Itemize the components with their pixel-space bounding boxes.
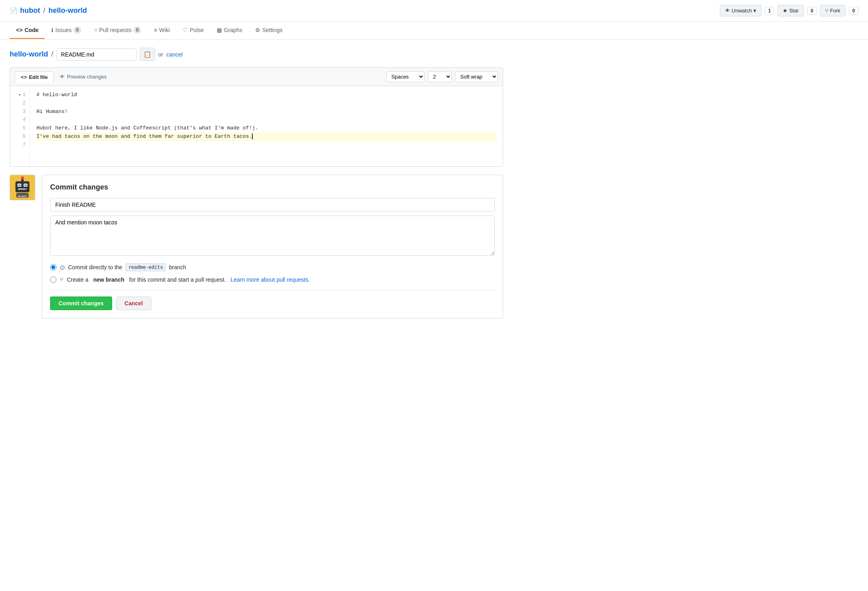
star-icon: ★ xyxy=(783,8,787,14)
action-buttons: Commit changes Cancel xyxy=(50,297,495,310)
svg-rect-8 xyxy=(21,189,22,190)
commit-summary-input[interactable] xyxy=(50,198,495,212)
svg-point-11 xyxy=(21,176,24,180)
settings-icon: ⚙ xyxy=(255,27,260,33)
nav-tabs: <> Code ℹ Issues 0 ⑂ Pull requests 0 ≡ W… xyxy=(0,22,868,40)
owner-link[interactable]: hubot xyxy=(20,6,40,15)
repo-icon: 📄 xyxy=(10,7,18,14)
svg-rect-4 xyxy=(18,184,20,186)
graphs-icon: ▦ xyxy=(217,27,222,33)
radio-direct-commit[interactable]: ⊙ Commit directly to the readme-edits br… xyxy=(50,263,495,271)
tab-edit-file[interactable]: <> Edit file xyxy=(15,71,54,83)
tab-wiki[interactable]: ≡ Wiki xyxy=(147,22,176,39)
page-header: 📄 hubot / hello-world 👁 Unwatch ▾ 1 ★ St… xyxy=(0,0,868,22)
svg-rect-7 xyxy=(18,189,20,190)
code-line-7 xyxy=(36,141,496,149)
code-line-4 xyxy=(36,116,496,124)
tab-pull-requests[interactable]: ⑂ Pull requests 0 xyxy=(88,22,148,39)
code-editor[interactable]: # hello-world Hi Humans! Hubot here, I l… xyxy=(30,86,503,166)
commit-description-textarea[interactable]: And mention moon tacos xyxy=(50,216,495,256)
editor-tab-group: <> Edit file 👁 Preview changes xyxy=(15,71,113,83)
breadcrumb: hello-world / 📋 or cancel xyxy=(10,48,503,61)
fork-icon: ⑂ xyxy=(825,8,828,14)
radio-new-branch[interactable]: ⑂ Create a new branch for this commit an… xyxy=(50,276,495,283)
branch-suffix: branch xyxy=(169,264,186,270)
fork-count: 0 xyxy=(849,7,858,15)
code-line-3: Hi Humans! xyxy=(36,108,496,116)
eye-icon: 👁 xyxy=(725,8,730,14)
tab-issues[interactable]: ℹ Issues 0 xyxy=(45,22,87,39)
repo-link[interactable]: hello-world xyxy=(48,6,87,15)
svg-rect-1 xyxy=(16,182,30,192)
code-line-6: I've had tacos on the moon and find them… xyxy=(36,133,496,141)
line-number-4: 4 xyxy=(15,116,26,124)
branch-icon: ⑂ xyxy=(60,276,64,283)
unwatch-button[interactable]: 👁 Unwatch ▾ xyxy=(720,5,762,16)
star-button[interactable]: ★ Star xyxy=(777,5,804,16)
separator: / xyxy=(43,6,45,15)
line-number-2: 2 xyxy=(15,99,26,108)
text-cursor xyxy=(252,133,253,139)
tab-code[interactable]: <> Code xyxy=(10,22,45,39)
repo-title: 📄 hubot / hello-world xyxy=(10,6,87,15)
breadcrumb-repo-link[interactable]: hello-world xyxy=(10,50,48,58)
commit-section: HU-BOT Commit changes And mention moon t… xyxy=(10,175,503,319)
radio-direct-input[interactable] xyxy=(50,264,56,270)
tab-preview-changes[interactable]: 👁 Preview changes xyxy=(54,71,113,83)
wiki-icon: ≡ xyxy=(154,27,157,33)
line-number-7: 7 xyxy=(15,141,26,149)
fork-button[interactable]: ⑂ Fork xyxy=(820,5,846,16)
or-text: or xyxy=(158,51,163,58)
indent-size-select[interactable]: 2 4 8 xyxy=(428,71,452,82)
tab-graphs[interactable]: ▦ Graphs xyxy=(210,22,249,39)
tab-pulse[interactable]: ♡ Pulse xyxy=(176,22,210,39)
softwrap-select[interactable]: Soft wrap No wrap xyxy=(455,71,498,82)
filename-input[interactable] xyxy=(56,48,137,61)
line-numbers: ▾ 1 2 3 4 5 6 7 xyxy=(10,86,30,166)
unwatch-count: 1 xyxy=(765,7,774,15)
issues-icon: ℹ xyxy=(51,27,53,33)
radio-pr-bold: new branch xyxy=(93,276,125,283)
line-number-5: 5 xyxy=(15,124,26,133)
commit-radio-options: ⊙ Commit directly to the readme-edits br… xyxy=(50,263,495,290)
breadcrumb-slash: / xyxy=(51,50,53,58)
radio-new-branch-input[interactable] xyxy=(50,276,56,283)
code-line-2 xyxy=(36,99,496,108)
code-line-1: # hello-world xyxy=(36,91,496,99)
star-count: 0 xyxy=(807,7,817,15)
avatar: HU-BOT xyxy=(10,175,35,200)
issues-badge: 0 xyxy=(74,26,81,34)
radio-pr-suffix: for this commit and start a pull request… xyxy=(129,276,226,283)
editor-toolbar: <> Edit file 👁 Preview changes Spaces Ta… xyxy=(10,68,503,86)
code-line-5: Hubot here, I like Node.js and Coffeescr… xyxy=(36,124,496,133)
editor-panel: <> Edit file 👁 Preview changes Spaces Ta… xyxy=(10,67,503,167)
editor-controls: Spaces Tabs 2 4 8 Soft wrap No wrap xyxy=(386,71,498,82)
branch-badge: readme-edits xyxy=(125,263,166,271)
cancel-link[interactable]: cancel xyxy=(166,51,182,58)
code-icon: <> xyxy=(16,27,22,33)
code-area: ▾ 1 2 3 4 5 6 7 xyxy=(10,86,503,166)
robot-avatar-svg: HU-BOT xyxy=(10,175,35,200)
breadcrumb-actions: 📋 or cancel xyxy=(140,48,183,61)
commit-changes-button[interactable]: Commit changes xyxy=(50,297,112,310)
commit-form: Commit changes And mention moon tacos ⊙ … xyxy=(42,175,503,319)
header-actions: 👁 Unwatch ▾ 1 ★ Star 0 ⑂ Fork 0 xyxy=(720,5,858,16)
edit-icon: <> xyxy=(21,74,27,80)
pull-requests-icon: ⑂ xyxy=(94,27,97,33)
line-number-6: 6 xyxy=(15,133,26,141)
tab-settings[interactable]: ⚙ Settings xyxy=(249,22,289,39)
commit-icon: ⊙ xyxy=(60,264,65,271)
radio-direct-label: Commit directly to the xyxy=(68,264,122,270)
pulse-icon: ♡ xyxy=(183,27,188,33)
svg-rect-9 xyxy=(23,189,25,190)
dropdown-arrow-icon: ▾ xyxy=(753,8,756,14)
radio-pr-label: Create a xyxy=(67,276,89,283)
learn-more-link[interactable]: Learn more about pull requests. xyxy=(231,276,310,283)
rename-icon-button[interactable]: 📋 xyxy=(140,48,155,61)
commit-title: Commit changes xyxy=(50,183,495,192)
main-content: hello-world / 📋 or cancel <> Edit file 👁… xyxy=(0,40,513,327)
indent-type-select[interactable]: Spaces Tabs xyxy=(386,71,425,82)
pull-requests-badge: 0 xyxy=(133,26,141,34)
line-number-1: ▾ 1 xyxy=(15,91,26,99)
cancel-button[interactable]: Cancel xyxy=(116,297,151,310)
